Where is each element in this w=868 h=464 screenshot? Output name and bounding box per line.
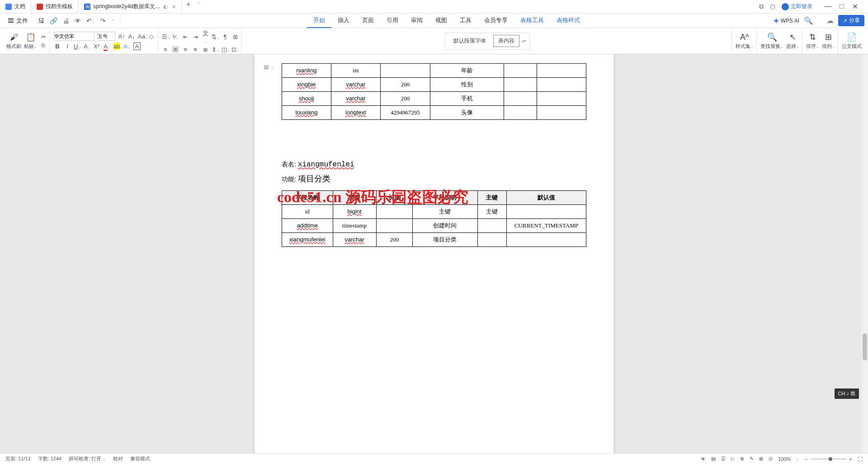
zoom-dropdown-icon[interactable]: ⌄: [796, 457, 799, 461]
decrease-font-icon[interactable]: A↓: [128, 33, 135, 40]
tab-menu-icon[interactable]: ◐: [163, 4, 168, 10]
redo-icon[interactable]: ↷: [100, 17, 106, 24]
line-spacing-icon[interactable]: ⇕⌄: [212, 46, 219, 53]
close-icon[interactable]: ×: [172, 3, 176, 10]
table-header-row[interactable]: 字段名称 类型 长度 字段说明 主键 默认值: [282, 191, 586, 205]
table-row[interactable]: touxiang longtext 4294967295 头像: [282, 106, 586, 120]
char-border-icon[interactable]: A: [133, 43, 141, 50]
view-page-icon[interactable]: ▤: [711, 456, 716, 462]
tab-current[interactable]: W springboote2y4d数据库文… ◐ ×: [79, 0, 182, 13]
tab-page[interactable]: 页面: [356, 14, 380, 28]
increase-indent-icon[interactable]: ⇥: [192, 33, 199, 40]
zoom-out-icon[interactable]: −: [805, 456, 807, 462]
vertical-scrollbar[interactable]: [862, 54, 868, 453]
table-row[interactable]: xiangmufenlei varchar 200 项目分类: [282, 233, 586, 247]
tab-home[interactable]: 开始: [307, 14, 331, 28]
table-handle-icon[interactable]: ⊞ ⌄: [264, 63, 274, 71]
strikethrough-icon[interactable]: A⌄: [84, 43, 91, 50]
borders-icon[interactable]: ⊡⌄: [231, 46, 239, 53]
style-content[interactable]: 表内容: [493, 35, 519, 47]
text-direction-icon[interactable]: 文⌄: [202, 29, 209, 44]
word-count[interactable]: 字数: 1244: [38, 455, 62, 462]
change-case-icon[interactable]: Aa⌄: [138, 33, 145, 40]
align-center-icon[interactable]: ≡: [172, 46, 179, 53]
undo-icon[interactable]: ↶⌄: [86, 17, 95, 24]
share-button[interactable]: ↗ 分享: [838, 15, 864, 26]
increase-font-icon[interactable]: A↑: [118, 33, 125, 40]
select-button[interactable]: ↖ 选择⌄: [786, 32, 799, 50]
file-menu[interactable]: 文件: [4, 17, 33, 25]
save-icon[interactable]: 🖫: [38, 17, 44, 24]
border-icon[interactable]: ⊞: [231, 33, 239, 40]
view-outline-icon[interactable]: ☰: [721, 456, 726, 462]
quick-dropdown-icon[interactable]: ⌄: [111, 17, 114, 24]
paste-button[interactable]: 📋 粘贴⌄: [24, 32, 37, 50]
decrease-indent-icon[interactable]: ⇤: [182, 33, 189, 40]
close-window-icon[interactable]: ✕: [852, 2, 858, 11]
link-icon[interactable]: 🔗: [50, 17, 57, 24]
font-size-select[interactable]: [97, 32, 115, 41]
superscript-icon[interactable]: X²⌄: [94, 43, 101, 50]
search-icon[interactable]: 🔍: [804, 16, 813, 25]
minimize-icon[interactable]: —: [824, 2, 831, 11]
bold-icon[interactable]: B: [54, 43, 61, 50]
view-focus-icon[interactable]: ⊙: [769, 456, 773, 462]
tab-table-style[interactable]: 表格样式: [550, 14, 586, 28]
sort-icon[interactable]: ⇅⌄: [212, 33, 219, 40]
db-table-2[interactable]: 字段名称 类型 长度 字段说明 主键 默认值 id bigint 主键 主键 a…: [282, 190, 586, 247]
align-right-icon[interactable]: ≡: [182, 46, 189, 53]
tab-tools[interactable]: 工具: [453, 14, 478, 28]
tab-reference[interactable]: 引用: [380, 14, 405, 28]
sort-button[interactable]: ⇅ 排序⌄: [806, 32, 819, 50]
cube-icon[interactable]: ⬡: [770, 3, 775, 10]
numbering-icon[interactable]: ⅟⌄: [172, 33, 179, 40]
shading-icon[interactable]: ◫⌄: [222, 46, 229, 53]
copy-icon[interactable]: ⎘: [40, 42, 47, 49]
doc-mode-button[interactable]: 📄 公文模式: [842, 32, 862, 50]
table-row[interactable]: nianling int 年龄: [282, 64, 586, 78]
tab-add-icon[interactable]: +: [182, 0, 195, 13]
pilcrow-icon[interactable]: ¶: [222, 33, 229, 40]
view-comment-icon[interactable]: ✎: [750, 456, 754, 462]
format-paint-button[interactable]: 🖌 格式刷: [6, 33, 21, 50]
italic-icon[interactable]: I: [64, 43, 71, 50]
tab-table-tools[interactable]: 表格工具: [514, 14, 550, 28]
style-more-icon[interactable]: ▴▾: [522, 39, 526, 43]
compat-mode[interactable]: 兼容模式: [130, 455, 150, 462]
maximize-icon[interactable]: □: [840, 2, 844, 11]
fullscreen-icon[interactable]: ⛶: [858, 456, 863, 462]
preview-icon[interactable]: 👁: [75, 17, 81, 24]
scrollbar-thumb[interactable]: [863, 333, 867, 360]
spell-check-status[interactable]: 拼写检查: 打开 ⌄: [69, 455, 106, 462]
table-row[interactable]: id bigint 主键 主键: [282, 205, 586, 219]
view-eye-icon[interactable]: 👁: [701, 456, 706, 462]
underline-icon[interactable]: U⌄: [74, 43, 81, 50]
tab-doc[interactable]: 文档: [0, 0, 31, 13]
zoom-slider[interactable]: − +: [805, 456, 852, 462]
page-status[interactable]: 页面: 11/11: [5, 455, 31, 462]
distribute-icon[interactable]: ≣: [202, 46, 209, 53]
font-name-select[interactable]: [54, 32, 94, 41]
bullets-icon[interactable]: ☰⌄: [162, 33, 169, 40]
page[interactable]: ⊞ ⌄ nianling int 年龄 xingbie varchar 200 …: [255, 54, 613, 453]
view-read-icon[interactable]: ▷: [731, 456, 735, 462]
db-table-1[interactable]: nianling int 年龄 xingbie varchar 200 性别 s…: [282, 63, 586, 120]
tab-review[interactable]: 审阅: [405, 14, 429, 28]
cut-icon[interactable]: ✂: [40, 33, 47, 40]
zoom-value[interactable]: 100%: [778, 456, 791, 462]
table-row[interactable]: shouji varchar 200 手机: [282, 92, 586, 106]
tab-dropdown-icon[interactable]: ⌄: [195, 0, 203, 13]
highlight-icon[interactable]: ab⌄: [113, 43, 121, 50]
table-row[interactable]: addtime timestamp 创建时间 CURRENT_TIMESTAMP: [282, 219, 586, 233]
login-button[interactable]: 立即登录: [782, 3, 812, 10]
tab-view[interactable]: 视图: [429, 14, 453, 28]
text-effect-icon[interactable]: A⌄: [123, 43, 131, 50]
style-set-button[interactable]: Aᴬ 样式集⌄: [736, 32, 754, 50]
tab-template[interactable]: 找稻壳模板: [31, 0, 79, 13]
table-row[interactable]: xingbie varchar 200 性别: [282, 78, 586, 92]
cloud-icon[interactable]: ☁: [826, 16, 834, 25]
window-multi-icon[interactable]: ⧉: [759, 3, 764, 10]
find-replace-button[interactable]: 🔍 查找替换⌄: [760, 32, 783, 50]
view-web-icon[interactable]: ⊕: [740, 456, 744, 462]
zoom-in-icon[interactable]: +: [849, 456, 852, 462]
